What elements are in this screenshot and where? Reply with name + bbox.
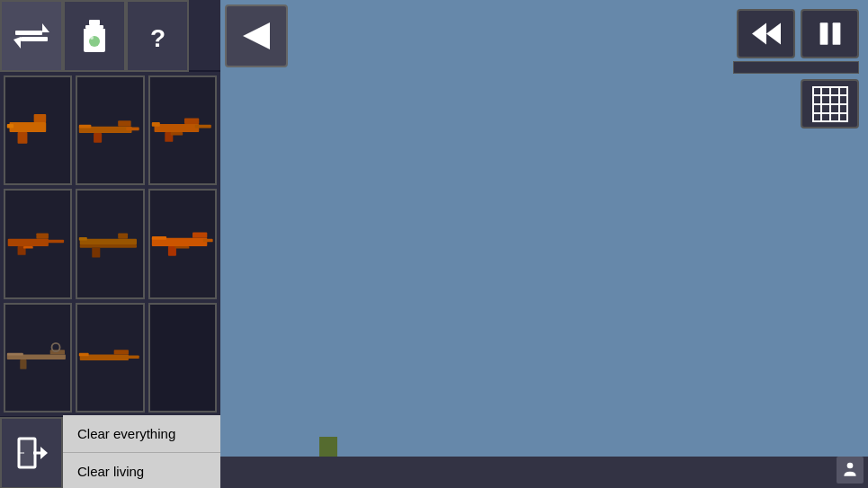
clear-everything-button[interactable]: Clear everything [63, 415, 220, 453]
svg-rect-32 [93, 248, 101, 258]
svg-rect-29 [80, 239, 137, 244]
svg-marker-52 [40, 447, 48, 459]
swap-button[interactable] [0, 0, 63, 72]
sidebar: ? [0, 0, 220, 488]
dropdown-menu: Clear everything Clear living [63, 415, 220, 488]
svg-rect-19 [184, 119, 199, 124]
svg-rect-33 [79, 237, 87, 241]
weapon-cell-9[interactable] [148, 303, 217, 413]
weapon-cell-4[interactable] [4, 189, 72, 298]
svg-marker-56 [766, 23, 781, 45]
svg-rect-28 [23, 246, 33, 249]
svg-marker-1 [42, 23, 49, 32]
grid-toggle-button[interactable] [801, 79, 859, 129]
ground [220, 457, 868, 488]
svg-rect-4 [89, 20, 100, 25]
svg-rect-35 [192, 233, 207, 238]
exit-button[interactable] [0, 417, 63, 488]
weapon-cell-6[interactable] [148, 189, 217, 298]
svg-rect-27 [46, 240, 64, 244]
svg-rect-42 [20, 359, 26, 369]
main-container: ? [0, 0, 868, 488]
svg-marker-3 [13, 37, 21, 49]
svg-rect-17 [127, 128, 139, 131]
svg-rect-11 [18, 132, 28, 144]
weapon-cell-1[interactable] [4, 75, 72, 185]
character [319, 437, 337, 457]
weapon-cell-5[interactable] [76, 189, 144, 298]
top-right-controls [737, 9, 859, 58]
svg-rect-39 [174, 246, 189, 249]
svg-point-7 [90, 36, 94, 40]
svg-rect-25 [36, 234, 49, 239]
svg-rect-48 [79, 352, 89, 356]
svg-rect-22 [194, 125, 210, 129]
weapon-grid [0, 72, 220, 416]
svg-rect-15 [94, 133, 102, 143]
svg-rect-18 [154, 124, 199, 132]
svg-rect-37 [151, 236, 166, 240]
weapon-cell-3[interactable] [148, 75, 217, 185]
svg-rect-24 [8, 239, 49, 246]
svg-rect-57 [819, 22, 828, 45]
weapon-cell-8[interactable] [76, 303, 144, 413]
toolbar: ? [0, 0, 220, 72]
game-area [220, 0, 868, 488]
progress-bar-container [733, 61, 859, 74]
svg-rect-46 [114, 350, 129, 354]
svg-rect-10 [34, 114, 47, 122]
item-button[interactable] [63, 0, 126, 72]
rewind-button[interactable] [737, 9, 795, 58]
pause-button[interactable] [801, 9, 859, 58]
svg-rect-38 [202, 239, 212, 243]
svg-rect-30 [80, 244, 137, 248]
svg-marker-55 [752, 23, 766, 45]
weapon-cell-7[interactable] [4, 303, 72, 413]
back-button[interactable] [225, 4, 288, 67]
svg-text:?: ? [150, 24, 166, 52]
svg-rect-0 [15, 31, 42, 35]
svg-point-66 [847, 463, 854, 469]
weapon-cell-2[interactable] [76, 75, 144, 185]
svg-rect-5 [85, 25, 103, 29]
svg-rect-58 [832, 22, 840, 45]
svg-rect-14 [119, 120, 131, 126]
svg-rect-23 [170, 132, 183, 136]
person-icon[interactable] [837, 457, 864, 484]
svg-rect-2 [21, 37, 48, 41]
help-button[interactable]: ? [126, 0, 189, 72]
svg-rect-47 [128, 355, 139, 359]
svg-rect-16 [79, 125, 92, 129]
svg-rect-12 [7, 124, 13, 129]
svg-rect-9 [10, 122, 47, 132]
svg-marker-54 [243, 22, 270, 49]
svg-rect-21 [151, 122, 159, 127]
svg-rect-43 [7, 352, 23, 355]
bottom-area: Clear everything Clear living [0, 416, 220, 488]
svg-rect-31 [119, 234, 129, 239]
clear-living-button[interactable]: Clear living [63, 453, 220, 488]
